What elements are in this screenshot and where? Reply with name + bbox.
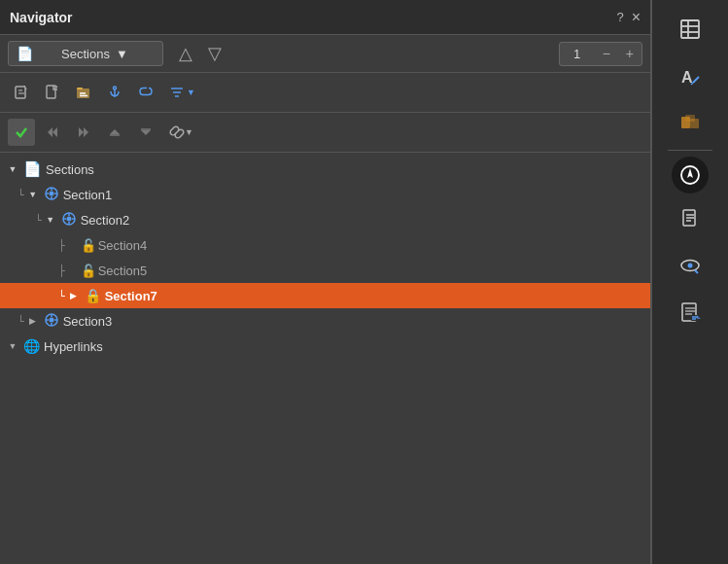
section7-lock-icon: 🔒 [85, 288, 101, 303]
paperclip-button[interactable] [132, 79, 159, 106]
svg-text:A: A [681, 69, 693, 86]
expander-section3[interactable]: ▶ [26, 314, 40, 328]
dropdown-label: Sections [61, 47, 110, 61]
nav-up-button[interactable]: △ [173, 41, 198, 66]
expander-section1[interactable]: ▼ [26, 188, 40, 201]
close-button[interactable]: × [632, 9, 641, 26]
anchor-button[interactable] [101, 79, 128, 106]
svg-rect-0 [16, 87, 25, 98]
dropdown-icon: 📄 [17, 46, 55, 61]
tree-item-section3[interactable]: └ ▶ Section3 [0, 308, 650, 334]
navigator-panel: Navigator ? × 📄 Sections ▼ △ ▽ − + [0, 0, 651, 564]
number-input[interactable] [560, 43, 595, 65]
svg-marker-16 [52, 127, 57, 137]
section2-label: Section2 [81, 213, 130, 228]
section2-icon [61, 211, 77, 229]
filter-button[interactable]: ▼ [163, 79, 201, 106]
svg-line-47 [693, 77, 699, 83]
tree-item-section7[interactable]: └ ▶ 🔒 Section7 [0, 283, 650, 308]
toolbar-row-2: ▼ [0, 73, 650, 113]
plus-button[interactable]: + [618, 43, 641, 64]
sidebar-navigator-button[interactable] [672, 157, 709, 194]
section4-label: Section4 [98, 238, 148, 253]
section7-label: Section7 [105, 289, 157, 303]
tree-item-section1[interactable]: └ ▼ Section1 [0, 182, 650, 207]
hyperlinks-icon: 🌐 [23, 338, 40, 354]
move-up-button[interactable] [101, 119, 128, 146]
open-doc-button[interactable] [70, 79, 97, 106]
section1-icon [44, 186, 59, 204]
move-down-button[interactable] [132, 119, 159, 146]
section4-lock-icon: 🔓 [81, 238, 96, 253]
sidebar-text-button[interactable]: A [669, 54, 711, 97]
section3-icon [44, 312, 59, 331]
expander-sections-root[interactable]: ▼ [6, 162, 19, 176]
title-bar-left: Navigator [10, 10, 73, 25]
svg-marker-53 [687, 168, 693, 178]
svg-point-37 [49, 317, 53, 322]
sidebar-search-button[interactable] [669, 244, 711, 287]
hyperlinks-label: Hyperlinks [44, 339, 103, 354]
svg-marker-68 [697, 315, 701, 319]
svg-marker-17 [84, 127, 88, 137]
sidebar-page-button[interactable] [669, 197, 711, 240]
sections-root-icon: 📄 [23, 160, 42, 178]
section5-lock-icon: 🔓 [81, 264, 96, 278]
tree-area: ▼ 📄 Sections └ ▼ Section1 └ ▼ Section2 ├ [0, 153, 650, 564]
expander-hyperlinks[interactable]: ▼ [6, 339, 19, 353]
svg-line-23 [175, 130, 179, 134]
tree-item-hyperlinks[interactable]: ▼ 🌐 Hyperlinks [0, 334, 650, 359]
last-button[interactable] [70, 119, 97, 146]
right-sidebar: A [651, 0, 728, 564]
svg-point-10 [114, 87, 117, 89]
number-input-group: − + [559, 42, 642, 66]
first-button[interactable] [39, 119, 66, 146]
svg-marker-21 [141, 130, 151, 135]
svg-rect-7 [77, 88, 83, 89]
panel-title: Navigator [10, 10, 73, 25]
apply-button[interactable] [8, 119, 35, 146]
svg-point-25 [49, 191, 53, 195]
expander-section2[interactable]: ▼ [44, 213, 57, 227]
section3-label: Section3 [63, 314, 113, 329]
sections-dropdown[interactable]: 📄 Sections ▼ [8, 41, 163, 66]
tree-item-section4[interactable]: ├ 🔓 Section4 [0, 232, 650, 258]
minus-button[interactable]: − [595, 43, 618, 64]
svg-marker-15 [48, 127, 52, 137]
edit-icon-button[interactable] [8, 79, 35, 106]
expander-section4 [67, 238, 81, 252]
section1-label: Section1 [63, 188, 113, 202]
svg-point-59 [688, 264, 693, 268]
expander-section5 [67, 264, 81, 277]
expander-section7[interactable]: ▶ [67, 289, 81, 302]
new-doc-button[interactable] [39, 79, 66, 106]
svg-marker-18 [79, 127, 84, 137]
tree-item-section5[interactable]: ├ 🔓 Section5 [0, 258, 650, 283]
sidebar-divider [668, 150, 713, 151]
chain-button[interactable]: ▼ [163, 119, 199, 146]
sidebar-styles-button[interactable] [669, 291, 711, 334]
svg-rect-51 [685, 115, 695, 122]
svg-line-60 [695, 270, 698, 273]
title-bar-right: ? × [616, 9, 641, 26]
toolbar-row-1: 📄 Sections ▼ △ ▽ − + [0, 35, 650, 73]
svg-marker-19 [110, 129, 120, 134]
tree-item-section2[interactable]: └ ▼ Section2 [0, 207, 650, 232]
sidebar-table-button[interactable] [669, 8, 711, 51]
toolbar-row-3: ▼ [0, 113, 650, 153]
tree-item-sections-root[interactable]: ▼ 📄 Sections [0, 157, 650, 182]
svg-rect-42 [681, 20, 699, 38]
help-button[interactable]: ? [616, 10, 623, 24]
title-bar: Navigator ? × [0, 0, 650, 35]
sidebar-gallery-button[interactable] [669, 101, 711, 144]
sections-root-label: Sections [46, 162, 94, 177]
dropdown-arrow-icon: ▼ [116, 47, 155, 61]
svg-marker-3 [23, 86, 27, 89]
nav-down-button[interactable]: ▽ [202, 41, 227, 66]
svg-point-31 [66, 216, 71, 221]
section5-label: Section5 [98, 264, 148, 278]
